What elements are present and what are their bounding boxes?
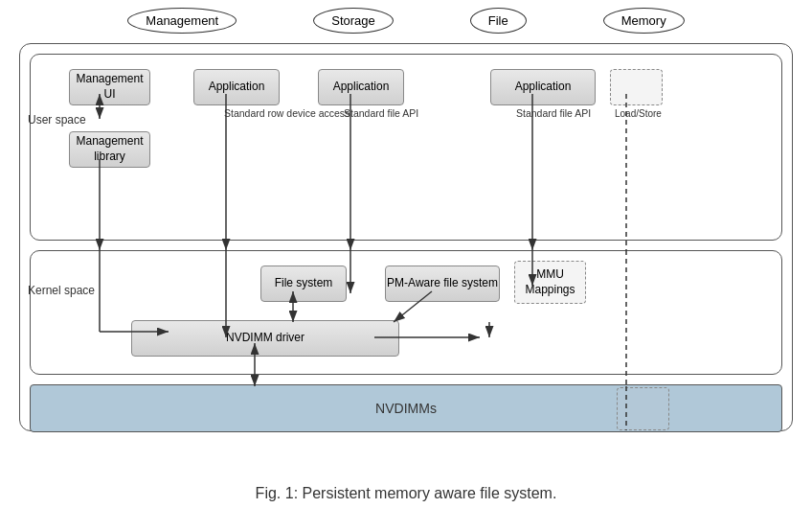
mgmt-lib-box: Management library (69, 131, 150, 168)
figure-caption: Fig. 1: Persistent memory aware file sys… (0, 485, 812, 502)
annotation-std-file2: Standard file API (516, 107, 591, 121)
annotation-std-file1: Standard file API (344, 107, 418, 121)
nvdimm-driver-box: NVDIMM driver (131, 320, 399, 357)
dashed-bottom-box (617, 387, 669, 430)
kernel-space-box: File system PM-Aware file system MMU Map… (30, 250, 782, 375)
annotation-std-row: Standard row device access (224, 107, 350, 121)
oval-file: File (470, 8, 527, 34)
oval-management: Management (127, 8, 237, 34)
app1-box: Application (193, 69, 280, 105)
main-box: User space Management UI Management libr… (19, 43, 793, 431)
pm-aware-box: PM-Aware file system (385, 266, 500, 302)
user-space-label: User space (28, 111, 86, 128)
mgmt-ui-box: Management UI (69, 69, 150, 105)
oval-memory: Memory (603, 8, 685, 34)
app3-box: Application (490, 69, 596, 105)
oval-storage: Storage (313, 8, 394, 34)
dashed-top-box (610, 69, 663, 105)
app2-box: Application (318, 69, 404, 105)
file-system-box: File system (260, 266, 347, 302)
nvdimms-bar: NVDIMMs (30, 384, 782, 432)
annotation-load-store: Load/Store (615, 107, 662, 120)
nvdimms-label: NVDIMMs (375, 401, 437, 416)
mmu-box: MMU Mappings (514, 261, 586, 304)
diagram-container: Management Storage File Memory User spac… (0, 0, 812, 508)
kernel-space-label: Kernel space (28, 282, 95, 299)
user-space-box: Management UI Management library Applica… (30, 54, 782, 241)
